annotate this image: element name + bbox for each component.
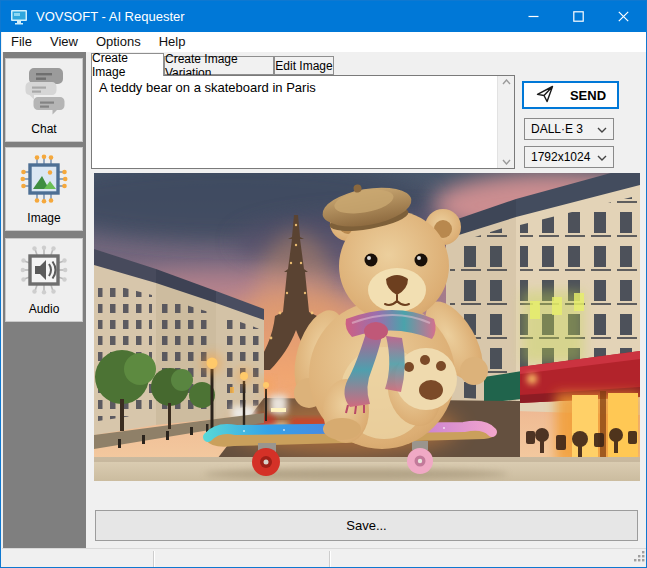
generated-image	[94, 173, 640, 481]
maximize-button[interactable]	[556, 1, 601, 32]
menu-help[interactable]: Help	[150, 33, 195, 52]
chevron-down-icon	[597, 150, 607, 164]
sidebar-item-label: Audio	[29, 302, 60, 316]
menu-file[interactable]: File	[2, 33, 41, 52]
menu-options[interactable]: Options	[87, 33, 150, 52]
scroll-up-icon[interactable]	[502, 76, 511, 88]
status-bar	[2, 548, 647, 568]
minimize-button[interactable]	[511, 1, 556, 32]
send-button-label: SEND	[570, 88, 606, 103]
save-button[interactable]: Save...	[95, 510, 638, 541]
window-title: VOVSOFT - AI Requester	[36, 9, 185, 24]
sidebar-item-chat[interactable]: Chat	[5, 58, 83, 142]
send-plane-icon	[535, 84, 555, 107]
tab-create-image-variation[interactable]: Create Image Variation	[164, 56, 274, 75]
audio-ai-chip-icon	[20, 245, 68, 299]
app-monitor-icon	[10, 9, 28, 25]
prompt-scrollbar[interactable]	[497, 76, 514, 168]
app-window: VOVSOFT - AI Requester File View Options…	[0, 0, 647, 568]
sidebar: Chat	[3, 52, 86, 548]
menu-bar: File View Options Help	[2, 32, 647, 52]
model-select[interactable]: DALL·E 3	[524, 118, 614, 140]
status-divider	[153, 551, 154, 567]
chat-bubbles-icon	[20, 65, 68, 119]
size-select[interactable]: 1792x1024	[524, 146, 614, 168]
tab-edit-image[interactable]: Edit Image	[274, 56, 334, 75]
menu-view[interactable]: View	[41, 33, 87, 52]
chevron-down-icon	[597, 122, 607, 136]
tab-create-image[interactable]: Create Image	[91, 53, 164, 76]
prompt-input[interactable]: A teddy bear on a skateboard in Paris	[92, 76, 497, 168]
resize-grip-icon[interactable]	[633, 548, 645, 566]
scroll-down-icon[interactable]	[502, 156, 511, 168]
size-select-value: 1792x1024	[531, 150, 590, 164]
close-button[interactable]	[601, 1, 646, 32]
image-ai-chip-icon	[20, 154, 68, 208]
sidebar-item-audio[interactable]: Audio	[5, 238, 83, 322]
prompt-box: A teddy bear on a skateboard in Paris	[91, 75, 515, 169]
status-divider	[329, 551, 330, 567]
title-bar: VOVSOFT - AI Requester	[1, 1, 646, 32]
sidebar-item-label: Chat	[31, 122, 56, 136]
sidebar-item-label: Image	[27, 211, 60, 225]
sidebar-item-image[interactable]: Image	[5, 147, 83, 231]
save-button-label: Save...	[346, 518, 386, 533]
send-button[interactable]: SEND	[522, 81, 619, 109]
model-select-value: DALL·E 3	[531, 122, 583, 136]
